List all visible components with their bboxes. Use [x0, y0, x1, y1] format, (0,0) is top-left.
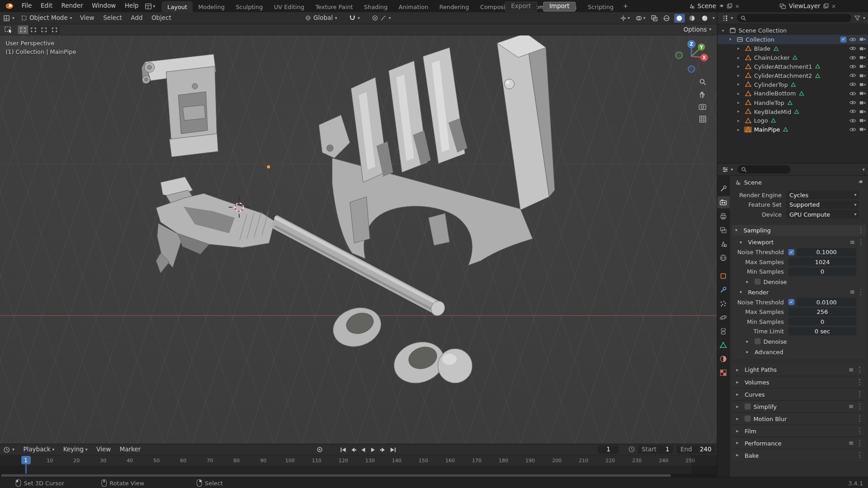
hide-in-viewport-icon[interactable] — [849, 55, 856, 60]
disclosure-icon[interactable]: ▾ — [722, 28, 729, 33]
checkbox[interactable] — [745, 416, 750, 422]
add-workspace-button[interactable]: + — [619, 0, 632, 12]
disable-in-renders-icon[interactable] — [859, 64, 866, 69]
device-dropdown[interactable]: GPU Compute▾ — [786, 210, 859, 218]
panel-volumes[interactable]: ▸Volumes — [732, 376, 866, 388]
properties-tab-modifiers[interactable] — [717, 284, 730, 296]
value-slider[interactable]: 0 sec — [788, 327, 857, 335]
properties-search-input[interactable] — [737, 165, 790, 173]
panel-menu-icon[interactable]: ≡ — [849, 289, 854, 296]
render-subpanel-header[interactable]: ▾ Render ≡ — [732, 287, 866, 297]
import-button[interactable]: Import — [543, 2, 576, 12]
outliner-row-keyblademid[interactable]: ▸KeyBladeMid — [717, 107, 868, 116]
tab-modeling[interactable]: Modeling — [193, 1, 230, 12]
panel-menu-icon[interactable]: ≡ — [849, 366, 854, 374]
viewport-denoise-subpanel[interactable]: ▸ Denoise — [732, 276, 866, 287]
disclosure-icon[interactable]: ▸ — [737, 127, 744, 132]
pan-hand-icon[interactable] — [699, 91, 706, 99]
properties-tab-object[interactable] — [717, 270, 730, 282]
outliner-row-blade[interactable]: ▸Blade — [717, 44, 868, 53]
active-tool-button[interactable] — [5, 26, 13, 33]
disclosure-icon[interactable]: ▸ — [737, 109, 744, 114]
viewport-subpanel-header[interactable]: ▾ Viewport ≡ — [732, 237, 866, 247]
menu-file[interactable]: File — [17, 0, 36, 12]
disable-in-renders-icon[interactable] — [859, 100, 866, 105]
properties-tab-constraints[interactable] — [717, 325, 730, 337]
tab-uv-editing[interactable]: UV Editing — [268, 1, 310, 12]
shading-material-button[interactable] — [687, 14, 697, 23]
proportional-editing-toggle[interactable]: ▾ — [369, 12, 394, 24]
timeline-menu-playback[interactable]: Playback▾ — [19, 444, 59, 456]
menu-render[interactable]: Render — [57, 0, 88, 12]
disclosure-icon[interactable]: ▸ — [737, 64, 744, 69]
pin-scene-icon[interactable] — [719, 4, 724, 9]
blender-logo-icon[interactable] — [5, 3, 14, 9]
properties-tab-view-layer[interactable] — [717, 224, 730, 236]
3d-viewport[interactable]: Options ▾ User Perspective (1) Collectio… — [0, 24, 717, 444]
render-engine-dropdown[interactable]: Cycles▾ — [786, 191, 859, 199]
value-slider[interactable]: 256 — [788, 308, 857, 316]
tab-rendering[interactable]: Rendering — [434, 1, 474, 12]
properties-tab-texture[interactable] — [717, 366, 730, 379]
scene-selector[interactable]: Scene × — [688, 0, 740, 12]
disable-in-renders-icon[interactable] — [859, 82, 866, 87]
disable-in-renders-icon[interactable] — [859, 55, 866, 60]
ruler[interactable]: 1020304050607080901001101201301401501601… — [0, 455, 717, 466]
disclosure-icon[interactable]: ▸ — [737, 91, 744, 96]
hide-in-viewport-icon[interactable] — [849, 82, 856, 87]
feature-set-dropdown[interactable]: Supported▾ — [786, 200, 859, 208]
panel-light-paths[interactable]: ▸Light Paths≡ — [732, 364, 866, 376]
denoise-checkbox[interactable] — [754, 279, 760, 284]
viewport-menu-add[interactable]: Add — [127, 12, 147, 24]
timeline-menu-marker[interactable]: Marker — [115, 444, 145, 456]
hide-in-viewport-icon[interactable] — [849, 91, 856, 96]
exclude-checkbox[interactable]: ✓ — [840, 37, 846, 43]
panel-menu-icon[interactable]: ≡ — [849, 403, 854, 410]
tab-shading[interactable]: Shading — [358, 1, 393, 12]
model-blade-crown[interactable] — [319, 33, 555, 265]
panel-menu-icon[interactable]: ≡ — [849, 439, 854, 446]
advanced-subpanel[interactable]: ▸ Advanced — [732, 346, 866, 357]
outliner-row-cyliderattachment2[interactable]: ▸CyliderAttachment2 — [717, 71, 868, 80]
shading-wireframe-button[interactable] — [662, 14, 672, 23]
chevron-down-icon[interactable]: ▾ — [863, 167, 865, 172]
properties-tab-world[interactable] — [717, 251, 730, 264]
disable-in-renders-icon[interactable] — [859, 46, 866, 51]
camera-view-icon[interactable] — [699, 104, 707, 110]
hide-in-viewport-icon[interactable] — [849, 73, 856, 78]
current-frame-field[interactable]: 1 — [598, 445, 619, 454]
disable-in-renders-icon[interactable] — [859, 73, 866, 78]
tab-layout[interactable]: Layout — [162, 1, 193, 12]
workspace-layout-icon[interactable]: ▾ — [145, 3, 155, 9]
disable-in-renders-icon[interactable] — [859, 37, 866, 42]
hide-in-viewport-icon[interactable] — [849, 46, 856, 51]
denoise-checkbox[interactable] — [754, 338, 760, 344]
frame-start-field[interactable]: Start 1 — [638, 445, 673, 454]
hide-in-viewport-icon[interactable] — [849, 37, 856, 42]
disclosure-icon[interactable]: ▸ — [737, 118, 744, 123]
select-intersect-button[interactable] — [49, 25, 60, 34]
playhead[interactable]: 1 — [21, 456, 31, 464]
hide-in-viewport-icon[interactable] — [849, 118, 856, 123]
disable-in-renders-icon[interactable] — [859, 128, 866, 132]
menu-window[interactable]: Window — [87, 0, 120, 12]
jump-to-start-button[interactable] — [339, 445, 347, 453]
outliner-editor-type-button[interactable]: ▾ — [721, 12, 734, 24]
value-slider[interactable]: 0.0100 — [797, 298, 856, 306]
collection-row[interactable]: ▾ Collection ✓ — [717, 35, 868, 44]
select-extend-button[interactable] — [28, 25, 38, 34]
panel-bake[interactable]: ▸Bake — [732, 449, 866, 461]
show-gizmo-dropdown[interactable]: ▾ — [618, 14, 631, 22]
select-set-button[interactable] — [18, 25, 28, 34]
outliner-row-logo[interactable]: ▸Logo — [717, 116, 868, 125]
playhead-line[interactable] — [25, 464, 26, 474]
disclosure-icon[interactable]: ▸ — [737, 46, 744, 51]
viewport-menu-object[interactable]: Object — [147, 12, 175, 24]
remove-viewlayer-icon[interactable]: × — [831, 3, 836, 9]
panel-film[interactable]: ▸Film — [732, 424, 866, 436]
model-cylinder-cap[interactable] — [438, 349, 472, 383]
sampling-panel-header[interactable]: ▾ Sampling — [732, 225, 866, 236]
hide-in-viewport-icon[interactable] — [849, 127, 856, 132]
outliner-row-chainlocker[interactable]: ▸ChainLocker — [717, 53, 868, 62]
timeline-editor-type-button[interactable]: ▾ — [0, 444, 18, 456]
